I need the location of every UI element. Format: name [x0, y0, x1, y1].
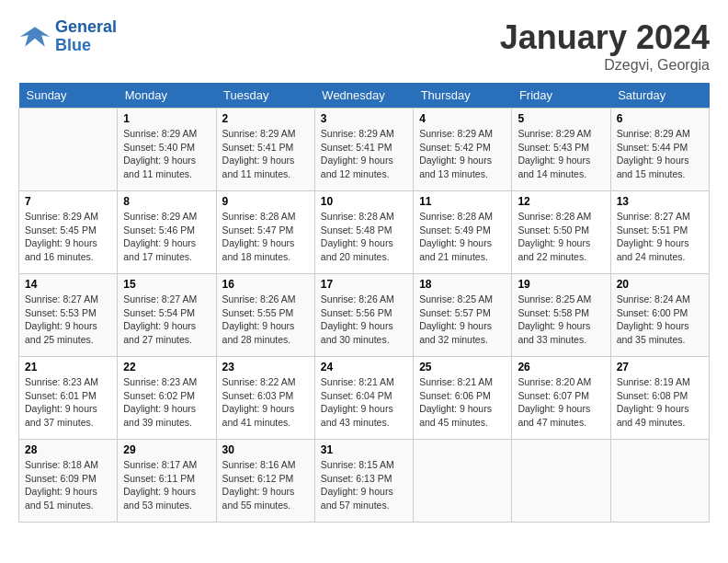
day-cell: 20 Sunrise: 8:24 AMSunset: 6:00 PMDaylig… [610, 274, 709, 357]
day-info: Sunrise: 8:27 AMSunset: 5:51 PMDaylight:… [617, 210, 703, 264]
day-info: Sunrise: 8:25 AMSunset: 5:58 PMDaylight:… [518, 293, 604, 347]
day-info: Sunrise: 8:27 AMSunset: 5:54 PMDaylight:… [123, 293, 210, 347]
header-cell-wednesday: Wednesday [314, 83, 413, 109]
day-number: 30 [222, 443, 309, 456]
month-title: January 2024 [500, 18, 710, 57]
day-info: Sunrise: 8:29 AMSunset: 5:41 PMDaylight:… [222, 127, 309, 181]
day-cell: 3 Sunrise: 8:29 AMSunset: 5:41 PMDayligh… [314, 109, 413, 191]
day-cell [19, 109, 118, 191]
day-cell: 29 Sunrise: 8:17 AMSunset: 6:11 PMDaylig… [118, 440, 216, 523]
day-info: Sunrise: 8:29 AMSunset: 5:41 PMDaylight:… [321, 127, 407, 181]
day-number: 8 [123, 195, 210, 208]
day-cell [512, 440, 610, 523]
day-number: 7 [25, 195, 111, 208]
day-cell: 19 Sunrise: 8:25 AMSunset: 5:58 PMDaylig… [512, 274, 610, 357]
day-cell: 8 Sunrise: 8:29 AMSunset: 5:46 PMDayligh… [118, 191, 216, 274]
day-number: 14 [25, 278, 111, 291]
day-cell: 14 Sunrise: 8:27 AMSunset: 5:53 PMDaylig… [19, 274, 118, 357]
header-cell-saturday: Saturday [610, 83, 709, 109]
day-info: Sunrise: 8:23 AMSunset: 6:02 PMDaylight:… [123, 375, 210, 430]
day-cell: 28 Sunrise: 8:18 AMSunset: 6:09 PMDaylig… [19, 440, 118, 523]
day-cell: 24 Sunrise: 8:21 AMSunset: 6:04 PMDaylig… [314, 357, 413, 440]
day-cell: 18 Sunrise: 8:25 AMSunset: 5:57 PMDaylig… [414, 274, 512, 357]
day-cell: 13 Sunrise: 8:27 AMSunset: 5:51 PMDaylig… [610, 191, 709, 274]
header-cell-tuesday: Tuesday [216, 83, 314, 109]
day-info: Sunrise: 8:29 AMSunset: 5:42 PMDaylight:… [419, 127, 506, 181]
week-row-2: 7 Sunrise: 8:29 AMSunset: 5:45 PMDayligh… [19, 191, 710, 274]
page-header: General Blue January 2024 Dzegvi, Georgi… [18, 18, 710, 74]
day-cell: 27 Sunrise: 8:19 AMSunset: 6:08 PMDaylig… [610, 357, 709, 440]
day-cell [414, 440, 512, 523]
calendar-table: SundayMondayTuesdayWednesdayThursdayFrid… [18, 83, 710, 523]
location: Dzegvi, Georgia [500, 57, 710, 74]
svg-marker-0 [20, 27, 50, 47]
day-number: 20 [617, 278, 703, 291]
day-cell [610, 440, 709, 523]
day-cell: 22 Sunrise: 8:23 AMSunset: 6:02 PMDaylig… [118, 357, 216, 440]
day-number: 12 [518, 195, 604, 208]
day-cell: 7 Sunrise: 8:29 AMSunset: 5:45 PMDayligh… [19, 191, 118, 274]
day-number: 9 [222, 195, 309, 208]
day-number: 21 [25, 361, 111, 373]
day-number: 18 [419, 278, 506, 291]
day-cell: 25 Sunrise: 8:21 AMSunset: 6:06 PMDaylig… [414, 357, 512, 440]
day-info: Sunrise: 8:18 AMSunset: 6:09 PMDaylight:… [25, 458, 111, 512]
day-info: Sunrise: 8:29 AMSunset: 5:46 PMDaylight:… [123, 210, 210, 264]
day-cell: 1 Sunrise: 8:29 AMSunset: 5:40 PMDayligh… [118, 109, 216, 191]
day-number: 25 [419, 361, 506, 373]
logo: General Blue [18, 18, 117, 55]
day-info: Sunrise: 8:29 AMSunset: 5:45 PMDaylight:… [25, 210, 111, 264]
day-cell: 23 Sunrise: 8:22 AMSunset: 6:03 PMDaylig… [216, 357, 314, 440]
day-number: 1 [123, 112, 210, 125]
day-cell: 16 Sunrise: 8:26 AMSunset: 5:55 PMDaylig… [216, 274, 314, 357]
header-cell-friday: Friday [512, 83, 610, 109]
day-cell: 17 Sunrise: 8:26 AMSunset: 5:56 PMDaylig… [314, 274, 413, 357]
day-info: Sunrise: 8:17 AMSunset: 6:11 PMDaylight:… [123, 458, 210, 512]
day-number: 6 [617, 112, 703, 125]
day-number: 13 [617, 195, 703, 208]
day-number: 15 [123, 278, 210, 291]
day-cell: 26 Sunrise: 8:20 AMSunset: 6:07 PMDaylig… [512, 357, 610, 440]
week-row-5: 28 Sunrise: 8:18 AMSunset: 6:09 PMDaylig… [19, 440, 710, 523]
day-info: Sunrise: 8:25 AMSunset: 5:57 PMDaylight:… [419, 293, 506, 347]
header-row: SundayMondayTuesdayWednesdayThursdayFrid… [19, 83, 710, 109]
day-info: Sunrise: 8:26 AMSunset: 5:55 PMDaylight:… [222, 293, 309, 347]
day-number: 22 [123, 361, 210, 373]
day-info: Sunrise: 8:29 AMSunset: 5:44 PMDaylight:… [617, 127, 703, 181]
day-info: Sunrise: 8:21 AMSunset: 6:06 PMDaylight:… [419, 375, 506, 430]
week-row-4: 21 Sunrise: 8:23 AMSunset: 6:01 PMDaylig… [19, 357, 710, 440]
day-number: 31 [321, 443, 407, 456]
day-cell: 5 Sunrise: 8:29 AMSunset: 5:43 PMDayligh… [512, 109, 610, 191]
day-info: Sunrise: 8:21 AMSunset: 6:04 PMDaylight:… [321, 375, 407, 430]
day-cell: 9 Sunrise: 8:28 AMSunset: 5:47 PMDayligh… [216, 191, 314, 274]
day-number: 16 [222, 278, 309, 291]
day-number: 19 [518, 278, 604, 291]
day-cell: 6 Sunrise: 8:29 AMSunset: 5:44 PMDayligh… [610, 109, 709, 191]
day-info: Sunrise: 8:15 AMSunset: 6:13 PMDaylight:… [321, 458, 407, 512]
day-info: Sunrise: 8:22 AMSunset: 6:03 PMDaylight:… [222, 375, 309, 430]
day-info: Sunrise: 8:24 AMSunset: 6:00 PMDaylight:… [617, 293, 703, 347]
title-block: January 2024 Dzegvi, Georgia [500, 18, 710, 74]
day-cell: 30 Sunrise: 8:16 AMSunset: 6:12 PMDaylig… [216, 440, 314, 523]
day-info: Sunrise: 8:20 AMSunset: 6:07 PMDaylight:… [518, 375, 604, 430]
day-info: Sunrise: 8:16 AMSunset: 6:12 PMDaylight:… [222, 458, 309, 512]
day-number: 17 [321, 278, 407, 291]
day-cell: 31 Sunrise: 8:15 AMSunset: 6:13 PMDaylig… [314, 440, 413, 523]
day-number: 26 [518, 361, 604, 373]
day-number: 27 [617, 361, 703, 373]
day-info: Sunrise: 8:29 AMSunset: 5:40 PMDaylight:… [123, 127, 210, 181]
logo-icon [18, 23, 51, 51]
day-number: 5 [518, 112, 604, 125]
day-number: 11 [419, 195, 506, 208]
day-info: Sunrise: 8:28 AMSunset: 5:49 PMDaylight:… [419, 210, 506, 264]
day-number: 10 [321, 195, 407, 208]
day-cell: 10 Sunrise: 8:28 AMSunset: 5:48 PMDaylig… [314, 191, 413, 274]
day-number: 23 [222, 361, 309, 373]
day-number: 29 [123, 443, 210, 456]
day-info: Sunrise: 8:28 AMSunset: 5:47 PMDaylight:… [222, 210, 309, 264]
day-info: Sunrise: 8:28 AMSunset: 5:50 PMDaylight:… [518, 210, 604, 264]
day-info: Sunrise: 8:29 AMSunset: 5:43 PMDaylight:… [518, 127, 604, 181]
day-info: Sunrise: 8:23 AMSunset: 6:01 PMDaylight:… [25, 375, 111, 430]
day-info: Sunrise: 8:27 AMSunset: 5:53 PMDaylight:… [25, 293, 111, 347]
week-row-3: 14 Sunrise: 8:27 AMSunset: 5:53 PMDaylig… [19, 274, 710, 357]
